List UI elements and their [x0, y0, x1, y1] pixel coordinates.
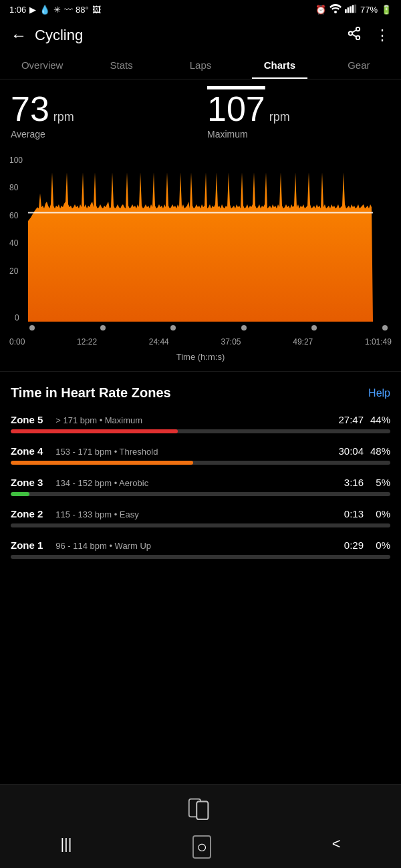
maximum-label: Maximum: [207, 129, 390, 140]
zone-bar-fill-1: [11, 461, 193, 465]
zone-range-2: 134 - 152 bpm • Aerobic: [51, 478, 327, 488]
zone-row-2: Zone 3 134 - 152 bpm • Aerobic 3:16 5%: [11, 477, 390, 496]
zone-bar-bg-2: [11, 492, 390, 496]
zone-range-4: 96 - 114 bpm • Warm Up: [51, 541, 327, 551]
average-unit: rpm: [53, 110, 74, 124]
zone-bar-bg-4: [11, 555, 390, 559]
tab-laps[interactable]: Laps: [161, 51, 240, 79]
x-label-5: 1:01:49: [365, 337, 392, 347]
zone-row-4: Zone 1 96 - 114 bpm • Warm Up 0:29 0%: [11, 539, 390, 559]
svg-line-9: [352, 34, 356, 37]
tab-gear[interactable]: Gear: [319, 51, 398, 79]
zone-bar-fill-0: [11, 429, 178, 433]
zone-name-3: Zone 2: [11, 508, 51, 519]
zone-pct-0: 44%: [364, 414, 390, 425]
x-label-1: 12:22: [77, 337, 97, 347]
page-title: Cycling: [35, 27, 339, 44]
x-label-0: 0:00: [9, 337, 25, 347]
bottom-sys-row: ||| ○ <: [0, 830, 401, 868]
zone-name-4: Zone 1: [11, 539, 51, 551]
svg-text:100: 100: [9, 155, 23, 164]
x-dot-0: [29, 325, 35, 331]
zones-list: Zone 5 > 171 bpm • Maximum 27:47 44% Zon…: [11, 414, 390, 559]
zone-pct-2: 5%: [364, 477, 390, 488]
bottom-nav: ||| ○ <: [0, 784, 401, 868]
status-bar: 1:06 ▶ 💧 ✳ 〰 88° 🖼 ⏰ 77% 🔋: [0, 0, 401, 19]
header: ← Cycling ⋮: [0, 19, 401, 51]
status-right: ⏰ 77% 🔋: [315, 4, 392, 15]
svg-point-7: [349, 31, 353, 35]
zone-pct-3: 0%: [364, 508, 390, 519]
svg-text:0: 0: [15, 313, 19, 322]
svg-line-10: [352, 30, 356, 33]
zone-bar-bg-1: [11, 461, 390, 465]
x-label-4: 49:27: [293, 337, 313, 347]
tab-stats[interactable]: Stats: [82, 51, 160, 79]
zone-bar-bg-0: [11, 429, 390, 433]
chart-container: 100 80 60 40 20 0: [0, 145, 401, 371]
chart-x-axis-label: Time (h:m:s): [9, 348, 392, 371]
battery-display: 77%: [360, 5, 378, 15]
average-label: Average: [11, 129, 194, 140]
time-display: 1:06: [9, 5, 26, 15]
svg-rect-1: [345, 9, 347, 13]
chart-wrap: 100 80 60 40 20 0: [9, 152, 392, 325]
zones-header: Time in Heart Rate Zones Help: [11, 385, 390, 401]
back-sys-button[interactable]: <: [332, 835, 341, 859]
bottom-icon-row: [0, 785, 401, 830]
maximum-unit: rpm: [269, 110, 290, 124]
svg-text:80: 80: [9, 183, 19, 192]
zone-time-1: 30:04: [327, 445, 364, 457]
wifi-icon: [329, 4, 342, 15]
svg-rect-4: [352, 5, 354, 13]
x-label-3: 37:05: [221, 337, 241, 347]
zones-section: Time in Heart Rate Zones Help Zone 5 > 1…: [0, 372, 401, 578]
more-button[interactable]: ⋮: [375, 27, 390, 44]
share-button[interactable]: [347, 26, 362, 45]
zone-pct-1: 48%: [364, 445, 390, 457]
svg-rect-2: [348, 7, 350, 13]
x-dot-3: [241, 325, 247, 331]
zone-range-0: > 171 bpm • Maximum: [51, 415, 327, 425]
zone-bar-bg-3: [11, 523, 390, 527]
tab-bar: Overview Stats Laps Charts Gear: [0, 51, 401, 79]
home-button[interactable]: ○: [192, 835, 211, 859]
zone-name-0: Zone 5: [11, 414, 51, 425]
zone-range-3: 115 - 133 bpm • Easy: [51, 509, 327, 519]
back-button[interactable]: ←: [11, 26, 27, 45]
zone-time-0: 27:47: [327, 414, 364, 425]
tab-charts[interactable]: Charts: [240, 51, 319, 79]
status-left: 1:06 ▶ 💧 ✳ 〰 88° 🖼: [9, 5, 101, 15]
zone-name-1: Zone 4: [11, 445, 51, 457]
gallery-icon: 🖼: [92, 5, 101, 15]
recents-button[interactable]: |||: [60, 835, 72, 859]
stats-row: 73 rpm Average 107 rpm Maximum: [0, 79, 401, 145]
x-dot-5: [382, 325, 388, 331]
weather-icon: 〰 88°: [64, 5, 88, 15]
x-dot-2: [170, 325, 176, 331]
help-button[interactable]: Help: [368, 387, 390, 399]
svg-rect-19: [196, 801, 208, 819]
svg-text:20: 20: [9, 266, 19, 276]
device-sync-icon[interactable]: [186, 794, 215, 825]
youtube-icon: ▶: [29, 5, 36, 15]
chart-x-labels: 0:00 12:22 24:44 37:05 49:27 1:01:49: [9, 333, 392, 348]
svg-text:40: 40: [9, 238, 19, 248]
battery-icon: 🔋: [381, 5, 392, 15]
zone-row-0: Zone 5 > 171 bpm • Maximum 27:47 44%: [11, 414, 390, 433]
x-dot-4: [311, 325, 317, 331]
zone-time-2: 3:16: [327, 477, 364, 488]
maximum-stat: 107 rpm Maximum: [194, 91, 390, 140]
zone-time-3: 0:13: [327, 508, 364, 519]
x-label-2: 24:44: [149, 337, 169, 347]
zone-row-3: Zone 2 115 - 133 bpm • Easy 0:13 0%: [11, 508, 390, 527]
water-icon: 💧: [39, 5, 50, 15]
zone-pct-4: 0%: [364, 539, 390, 551]
cadence-chart: 100 80 60 40 20 0: [9, 152, 392, 325]
zone-name-2: Zone 3: [11, 477, 51, 488]
svg-point-0: [334, 11, 337, 13]
signal-icon: [345, 4, 357, 15]
tab-overview[interactable]: Overview: [3, 51, 82, 79]
svg-text:60: 60: [9, 211, 19, 220]
chart-x-dots: [9, 325, 392, 333]
